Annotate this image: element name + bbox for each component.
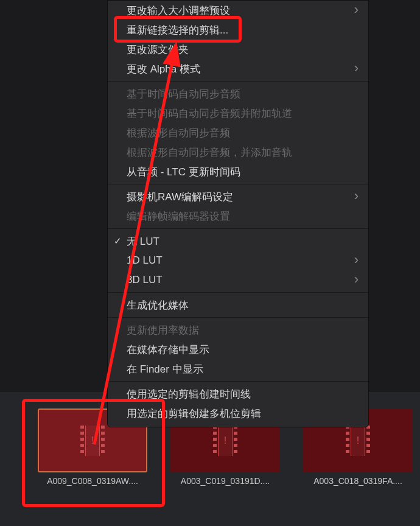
menu-item[interactable]: 生成优化媒体 — [108, 295, 368, 315]
menu-item[interactable]: 摄影机RAW编解码设定 — [108, 187, 368, 206]
menu-item[interactable]: 3D LUT — [108, 270, 368, 290]
menu-separator — [108, 81, 368, 82]
menu-separator — [108, 292, 368, 293]
context-menu: 更改输入大小调整预设重新链接选择的剪辑...更改源文件夹更改 Alpha 模式基… — [107, 0, 369, 427]
menu-item[interactable]: 更改 Alpha 模式 — [108, 59, 368, 79]
clip-label: A003_C019_03191D.... — [170, 476, 280, 486]
menu-item: 根据波形自动同步音频，并添加音轨 — [108, 142, 368, 162]
menu-item[interactable]: 使用选定的剪辑创建时间线 — [108, 384, 368, 404]
clip-label: A009_C008_0319AW.... — [38, 476, 147, 486]
menu-item: 更新使用率数据 — [108, 320, 368, 340]
menu-separator — [108, 381, 368, 382]
menu-item: 基于时间码自动同步音频并附加轨道 — [108, 103, 368, 123]
menu-item[interactable]: ✓无 LUT — [108, 231, 368, 251]
menu-item[interactable]: 1D LUT — [108, 251, 368, 270]
offline-media-icon: ! — [346, 426, 370, 456]
menu-item[interactable]: 在媒体存储中显示 — [108, 340, 368, 359]
menu-separator — [108, 317, 368, 318]
menu-item: 基于时间码自动同步音频 — [108, 84, 368, 103]
menu-item[interactable]: 更改源文件夹 — [108, 40, 368, 59]
menu-item[interactable]: 重新链接选择的剪辑... — [108, 20, 368, 40]
menu-separator — [108, 228, 368, 229]
menu-item: 编辑静帧编解码器设置 — [108, 206, 368, 226]
menu-item[interactable]: 更改输入大小调整预设 — [108, 1, 368, 20]
offline-media-icon: ! — [80, 426, 105, 456]
check-icon: ✓ — [114, 236, 122, 247]
clip-label: A003_C018_0319FA.... — [303, 476, 413, 486]
menu-item[interactable]: 用选定的剪辑创建多机位剪辑 — [108, 404, 368, 423]
menu-item[interactable]: 在 Finder 中显示 — [108, 359, 368, 379]
menu-item: 根据波形自动同步音频 — [108, 123, 368, 142]
menu-item[interactable]: 从音频 - LTC 更新时间码 — [108, 162, 368, 181]
menu-separator — [108, 184, 368, 184]
offline-media-icon: ! — [213, 426, 237, 456]
